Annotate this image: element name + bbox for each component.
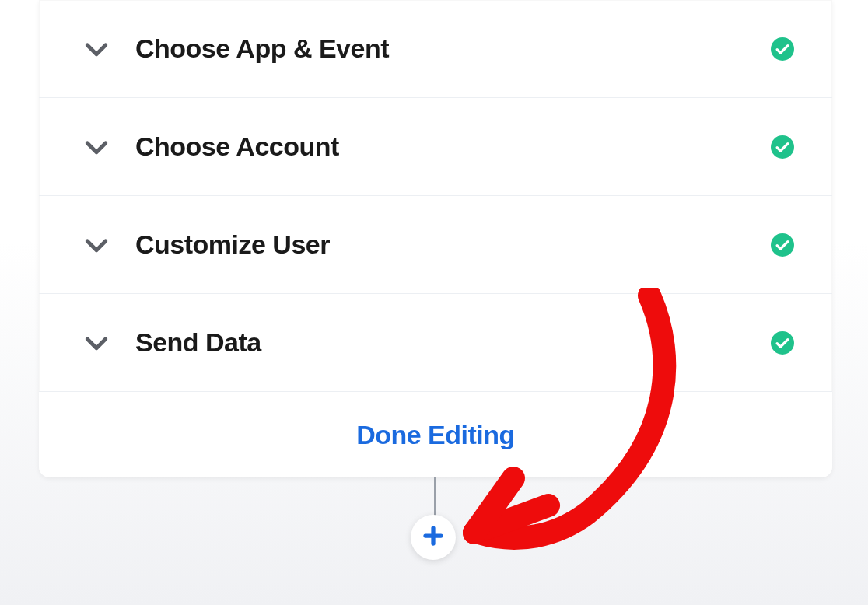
svg-point-1 [771, 135, 794, 159]
chevron-down-icon [73, 229, 120, 261]
step-row-choose-account[interactable]: Choose Account [39, 98, 832, 196]
svg-point-0 [771, 37, 794, 61]
step-row-send-data[interactable]: Send Data [39, 294, 832, 392]
plus-icon [422, 524, 445, 551]
checkmark-circle-icon [767, 331, 798, 355]
step-card: Choose App & Event Choose Account Custom… [39, 0, 832, 477]
svg-point-3 [771, 331, 794, 355]
step-row-customize-user[interactable]: Customize User [39, 196, 832, 294]
checkmark-circle-icon [767, 233, 798, 257]
step-row-choose-app-event[interactable]: Choose App & Event [39, 0, 832, 98]
chevron-down-icon [73, 131, 120, 163]
svg-point-2 [771, 233, 794, 257]
checkmark-circle-icon [767, 37, 798, 61]
step-title: Choose Account [120, 131, 767, 162]
chevron-down-icon [73, 33, 120, 65]
done-editing-link[interactable]: Done Editing [356, 420, 515, 450]
card-footer: Done Editing [39, 392, 832, 477]
checkmark-circle-icon [767, 135, 798, 159]
add-step-button[interactable] [411, 515, 456, 560]
step-title: Choose App & Event [120, 33, 767, 64]
step-title: Send Data [120, 327, 767, 358]
step-title: Customize User [120, 229, 767, 260]
chevron-down-icon [73, 327, 120, 358]
